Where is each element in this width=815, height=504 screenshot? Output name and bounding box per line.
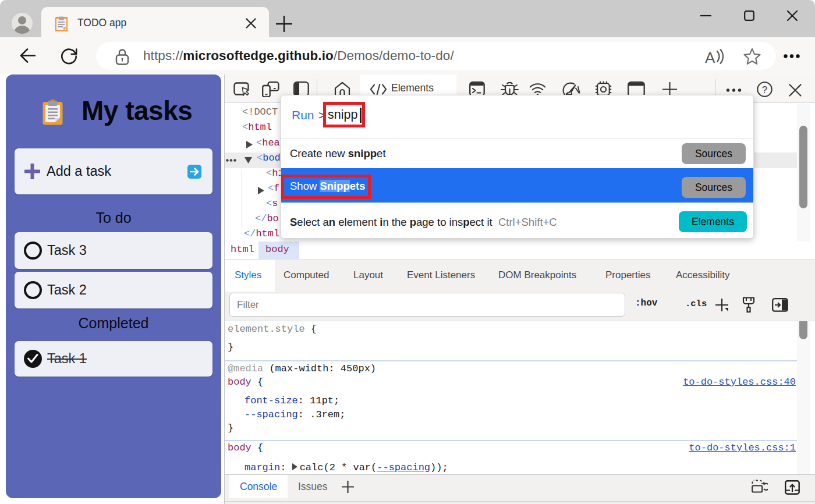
svg-text:?: ? xyxy=(762,85,767,95)
svg-text:A: A xyxy=(705,49,715,65)
